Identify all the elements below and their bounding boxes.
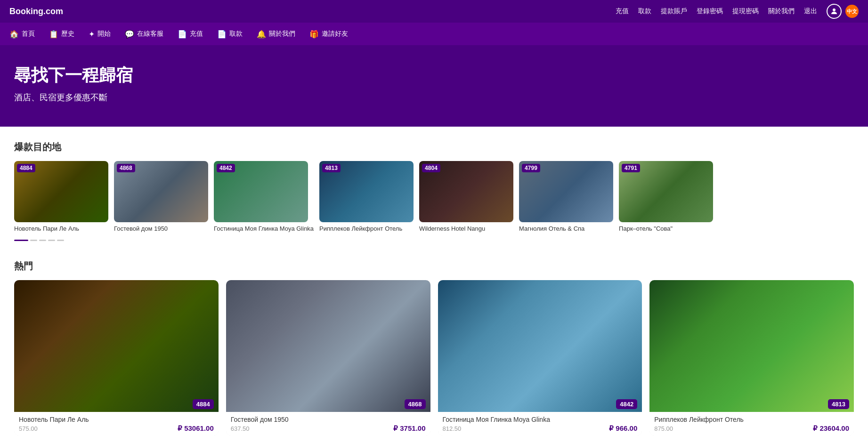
user-area: 中文 (827, 4, 859, 19)
nav-start[interactable]: ✦ 開始 (89, 30, 111, 39)
topnav-withdraw-pw-link[interactable]: 提現密碼 (732, 7, 759, 16)
hot-card-image (226, 280, 430, 412)
hot-card[interactable]: 4884 Новотель Пари Ле Аль 575.00 ₽ 53061… (14, 280, 219, 435)
topnav-login-pw-link[interactable]: 登錄密碼 (697, 7, 723, 16)
nav-support[interactable]: 💬 在線客服 (125, 30, 163, 39)
invite-icon: 🎁 (309, 30, 319, 39)
hot-card-footer: Рипплеков Лейкфронт Отель 875.00 ₽ 23604… (649, 412, 854, 435)
nav-support-label: 在線客服 (137, 30, 163, 38)
scroll-dot-3 (39, 240, 46, 241)
svg-point-0 (833, 8, 836, 11)
home-icon: 🏠 (9, 30, 19, 39)
topnav-account-link[interactable]: 提款賬戶 (661, 7, 687, 16)
hot-card-price-row: 637.50 ₽ 3751.00 (231, 424, 426, 433)
popular-card-name: Парк–отель "Сова" (619, 225, 713, 232)
popular-card-badge: 4791 (622, 164, 640, 172)
nav-about[interactable]: 🔔 關於我們 (257, 30, 295, 39)
popular-card-name: Гостевой дом 1950 (114, 225, 208, 232)
popular-card-badge: 4868 (117, 164, 135, 172)
hot-card-price: ₽ 966.00 (609, 424, 637, 433)
popular-cards-scroll[interactable]: 4884 Новотель Пари Ле Аль 4868 Гостевой … (14, 161, 854, 236)
popular-card[interactable]: 4884 Новотель Пари Ле Аль (14, 161, 108, 232)
hot-card-badge: 4868 (405, 399, 426, 409)
user-icon[interactable] (827, 4, 842, 19)
topnav-recharge-link[interactable]: 充值 (616, 7, 629, 16)
popular-card-badge: 4804 (422, 164, 440, 172)
hot-cards-grid: 4884 Новотель Пари Ле Аль 575.00 ₽ 53061… (14, 280, 854, 435)
nav-invite[interactable]: 🎁 邀請好友 (309, 30, 348, 39)
hot-card-image (649, 280, 854, 412)
topnav-logout-link[interactable]: 退出 (804, 7, 817, 16)
popular-section: 爆款目的地 4884 Новотель Пари Ле Аль 4868 Гос… (14, 141, 854, 241)
history-icon: 📋 (49, 30, 58, 39)
popular-card-name: Гостиница Моя Глинка Moya Glinka (214, 225, 314, 232)
popular-card-name: Рипплеков Лейкфронт Отель (319, 225, 414, 232)
popular-card[interactable]: 4842 Гостиница Моя Глинка Moya Glinka (214, 161, 314, 232)
nav-about-label: 關於我們 (269, 30, 295, 38)
popular-card[interactable]: 4799 Магнолия Отель & Спа (519, 161, 613, 232)
hot-card[interactable]: 4842 Гостиница Моя Глинка Moya Glinka 81… (438, 280, 642, 435)
popular-card[interactable]: 4813 Рипплеков Лейкфронт Отель (319, 161, 414, 232)
top-nav: Booking.com 充值 取款 提款賬戶 登錄密碼 提現密碼 關於我們 退出… (0, 0, 868, 23)
hot-section: 熱門 4884 Новотель Пари Ле Аль 575.00 ₽ 53… (14, 260, 854, 435)
popular-card-badge: 4842 (217, 164, 235, 172)
withdraw-icon: 📄 (217, 30, 227, 39)
hot-card-badge: 4842 (616, 399, 637, 409)
hot-card[interactable]: 4813 Рипплеков Лейкфронт Отель 875.00 ₽ … (649, 280, 854, 435)
popular-section-title: 爆款目的地 (14, 141, 854, 153)
hot-card-price-row: 575.00 ₽ 53061.00 (19, 424, 214, 433)
scroll-dot-2 (30, 240, 37, 241)
hot-card-price: ₽ 23604.00 (813, 424, 849, 433)
topnav-withdraw-link[interactable]: 取款 (638, 7, 651, 16)
popular-card[interactable]: 4804 Wilderness Hotel Nangu (419, 161, 513, 232)
nav-home-label: 首頁 (22, 30, 35, 38)
top-nav-right: 充值 取款 提款賬戶 登錄密碼 提現密碼 關於我們 退出 中文 (616, 4, 859, 19)
hero-banner: 尋找下一程歸宿 酒店、民宿更多優惠不斷 (0, 45, 868, 127)
recharge-icon: 📄 (178, 30, 187, 39)
hot-card-name: Гостевой дом 1950 (231, 416, 426, 423)
popular-card-badge: 4799 (522, 164, 540, 172)
popular-card[interactable]: 4868 Гостевой дом 1950 (114, 161, 208, 232)
nav-home[interactable]: 🏠 首頁 (9, 30, 35, 39)
popular-card-badge: 4884 (17, 164, 35, 172)
nav-recharge-label: 充值 (190, 30, 203, 38)
nav-history-label: 歷史 (61, 30, 74, 38)
hot-card-footer: Гостиница Моя Глинка Moya Glinka 812.50 … (438, 412, 642, 435)
nav-history[interactable]: 📋 歷史 (49, 30, 74, 39)
hot-card-original-price: 812.50 (443, 425, 462, 432)
hot-card-name: Новотель Пари Ле Аль (19, 416, 214, 423)
brand-logo[interactable]: Booking.com (9, 7, 63, 16)
scroll-indicator (14, 240, 854, 241)
hot-card-badge: 4813 (828, 399, 849, 409)
hot-card-price-row: 875.00 ₽ 23604.00 (654, 424, 849, 433)
hero-subtitle: 酒店、民宿更多優惠不斷 (14, 92, 854, 103)
hot-card-price-row: 812.50 ₽ 966.00 (443, 424, 638, 433)
popular-card-name: Wilderness Hotel Nangu (419, 225, 513, 232)
popular-card[interactable]: 4791 Парк–отель "Сова" (619, 161, 713, 232)
hot-card-original-price: 875.00 (654, 425, 673, 432)
hot-card-image (438, 280, 642, 412)
topnav-about-link[interactable]: 關於我們 (768, 7, 795, 16)
hot-card-original-price: 575.00 (19, 425, 38, 432)
hot-card-name: Рипплеков Лейкфронт Отель (654, 416, 849, 423)
hot-card-footer: Гостевой дом 1950 637.50 ₽ 3751.00 (226, 412, 430, 435)
scroll-dot-5 (57, 240, 64, 241)
hot-card-name: Гостиница Моя Глинка Moya Glinka (443, 416, 638, 423)
nav-invite-label: 邀請好友 (322, 30, 348, 38)
second-nav: 🏠 首頁 📋 歷史 ✦ 開始 💬 在線客服 📄 充值 📄 取款 🔔 關於我們 🎁… (0, 23, 868, 45)
popular-card-name: Магнолия Отель & Спа (519, 225, 613, 232)
hero-title: 尋找下一程歸宿 (14, 64, 854, 87)
lang-badge[interactable]: 中文 (845, 5, 859, 18)
hot-card-image (14, 280, 219, 412)
hot-card-badge: 4884 (193, 399, 214, 409)
popular-card-name: Новотель Пари Ле Аль (14, 225, 108, 232)
support-icon: 💬 (125, 30, 134, 39)
nav-withdraw[interactable]: 📄 取款 (217, 30, 243, 39)
hot-card[interactable]: 4868 Гостевой дом 1950 637.50 ₽ 3751.00 (226, 280, 430, 435)
nav-recharge[interactable]: 📄 充值 (178, 30, 203, 39)
scroll-dot-4 (48, 240, 55, 241)
hot-card-original-price: 637.50 (231, 425, 250, 432)
nav-withdraw-label: 取款 (229, 30, 243, 38)
popular-card-badge: 4813 (322, 164, 341, 172)
scroll-dot-1 (14, 240, 28, 241)
